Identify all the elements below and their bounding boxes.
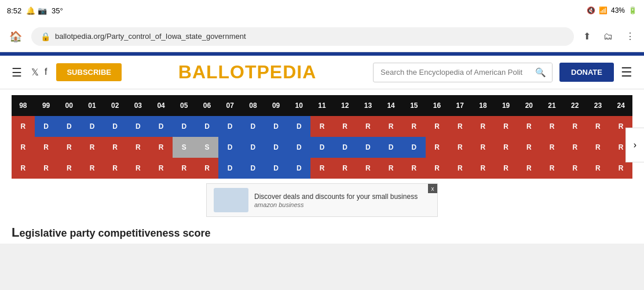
year-cell: 04 xyxy=(149,95,173,116)
hamburger-button[interactable]: ☰ xyxy=(12,66,22,79)
party-cell: D xyxy=(265,137,288,158)
party-cell: R xyxy=(448,116,471,137)
party-cell: S xyxy=(196,137,219,158)
status-left: 8:52 🔔 📷 35° xyxy=(7,6,63,15)
home-button[interactable]: 🏠 xyxy=(6,27,25,46)
lock-icon: 🔒 xyxy=(41,32,50,41)
party-cell: R xyxy=(104,137,127,158)
year-cell: 11 xyxy=(310,95,334,116)
party-cell: D xyxy=(265,116,288,137)
party-cell: R xyxy=(495,137,518,158)
search-button[interactable]: 🔍 xyxy=(529,63,552,82)
share-button[interactable]: ⬆ xyxy=(580,27,594,45)
year-cell: 22 xyxy=(564,95,587,116)
party-cell: R xyxy=(173,158,196,179)
status-right: 🔇 📶 43% 🔋 xyxy=(587,6,637,14)
party-row: RRRRRRRRRDDDDRRRRRRRRRRRRRR xyxy=(12,158,632,179)
battery-icon: 🔋 xyxy=(628,6,637,14)
party-cell: R xyxy=(587,158,610,179)
year-cell: 16 xyxy=(426,95,449,116)
party-cell: R xyxy=(57,158,80,179)
list-icon[interactable]: ☰ xyxy=(621,65,632,80)
party-cell: R xyxy=(471,137,495,158)
url-text: ballotpedia.org/Party_control_of_Iowa_st… xyxy=(55,32,246,41)
party-cell: R xyxy=(517,116,540,137)
party-cell: R xyxy=(587,116,610,137)
year-cell: 18 xyxy=(471,95,495,116)
ad-logo: amazon business xyxy=(254,201,418,208)
donate-button[interactable]: DONATE xyxy=(559,63,614,82)
party-cell: R xyxy=(334,116,357,137)
party-table-wrapper: 9899000102030405060708091011121314151617… xyxy=(0,89,644,179)
party-cell: R xyxy=(310,158,334,179)
subscribe-button[interactable]: SUBSCRIBE xyxy=(56,63,122,81)
party-cell: R xyxy=(357,158,380,179)
party-cell: R xyxy=(426,137,449,158)
year-cell: 14 xyxy=(379,95,402,116)
party-cell: R xyxy=(402,158,426,179)
party-cell: R xyxy=(471,116,495,137)
year-cell: 07 xyxy=(218,95,241,116)
party-cell: R xyxy=(540,116,564,137)
party-cell: R xyxy=(495,158,518,179)
year-cell: 24 xyxy=(609,95,632,116)
facebook-icon[interactable]: f xyxy=(45,67,47,78)
year-row: 9899000102030405060708091011121314151617… xyxy=(12,95,632,116)
party-cell: R xyxy=(149,158,173,179)
party-cell: R xyxy=(80,158,104,179)
party-cell: R xyxy=(57,137,80,158)
party-cell: D xyxy=(104,116,127,137)
party-cell: R xyxy=(357,116,380,137)
party-cell: R xyxy=(426,158,449,179)
temperature: 35° xyxy=(52,6,63,15)
party-cell: R xyxy=(127,137,150,158)
year-cell: 12 xyxy=(334,95,357,116)
url-input[interactable]: 🔒 ballotpedia.org/Party_control_of_Iowa_… xyxy=(31,27,574,46)
header-left: ☰ 𝕏 f SUBSCRIBE xyxy=(12,63,122,81)
party-cell: R xyxy=(517,137,540,158)
party-cell: R xyxy=(379,158,402,179)
social-icons: 𝕏 f xyxy=(31,67,47,78)
heading-text: Legislative party competitiveness score xyxy=(12,225,211,240)
party-cell: D xyxy=(218,158,241,179)
party-cell: R xyxy=(517,158,540,179)
party-cell: D xyxy=(265,158,288,179)
section-heading: Legislative party competitiveness score xyxy=(0,222,644,244)
ad-banner: Discover deals and discounts for your sm… xyxy=(0,179,644,222)
tabs-button[interactable]: 🗂 xyxy=(600,28,616,45)
ad-close-button[interactable]: x xyxy=(428,184,437,193)
menu-button[interactable]: ⋮ xyxy=(622,27,638,45)
party-cell: R xyxy=(334,158,357,179)
search-input[interactable] xyxy=(374,64,529,81)
year-cell: 21 xyxy=(540,95,564,116)
status-bar: 8:52 🔔 📷 35° 🔇 📶 43% 🔋 xyxy=(0,0,644,21)
notification-icons: 🔔 📷 xyxy=(26,6,47,15)
party-cell: D xyxy=(241,116,265,137)
twitter-icon[interactable]: 𝕏 xyxy=(31,67,39,78)
year-cell: 02 xyxy=(104,95,127,116)
year-cell: 00 xyxy=(57,95,80,116)
ad-box: Discover deals and discounts for your sm… xyxy=(206,183,438,217)
logo-part1: BALLOT xyxy=(178,61,257,82)
year-cell: 13 xyxy=(357,95,380,116)
party-cell: R xyxy=(35,158,58,179)
battery: 43% xyxy=(611,6,625,14)
party-cell: D xyxy=(310,137,334,158)
party-cell: R xyxy=(402,116,426,137)
party-cell: D xyxy=(218,116,241,137)
ad-text: Discover deals and discounts for your sm… xyxy=(254,192,418,202)
party-cell: D xyxy=(379,137,402,158)
party-cell: D xyxy=(402,137,426,158)
year-cell: 23 xyxy=(587,95,610,116)
year-cell: 99 xyxy=(35,95,58,116)
party-cell: R xyxy=(149,137,173,158)
ad-content: Discover deals and discounts for your sm… xyxy=(254,192,418,209)
party-cell: R xyxy=(80,137,104,158)
right-chevron[interactable]: › xyxy=(625,128,644,162)
site-logo: BALLOTPEDIA xyxy=(178,61,317,83)
party-cell: D xyxy=(241,137,265,158)
year-cell: 20 xyxy=(517,95,540,116)
year-cell: 03 xyxy=(127,95,150,116)
party-cell: R xyxy=(587,137,610,158)
party-cell: R xyxy=(104,158,127,179)
